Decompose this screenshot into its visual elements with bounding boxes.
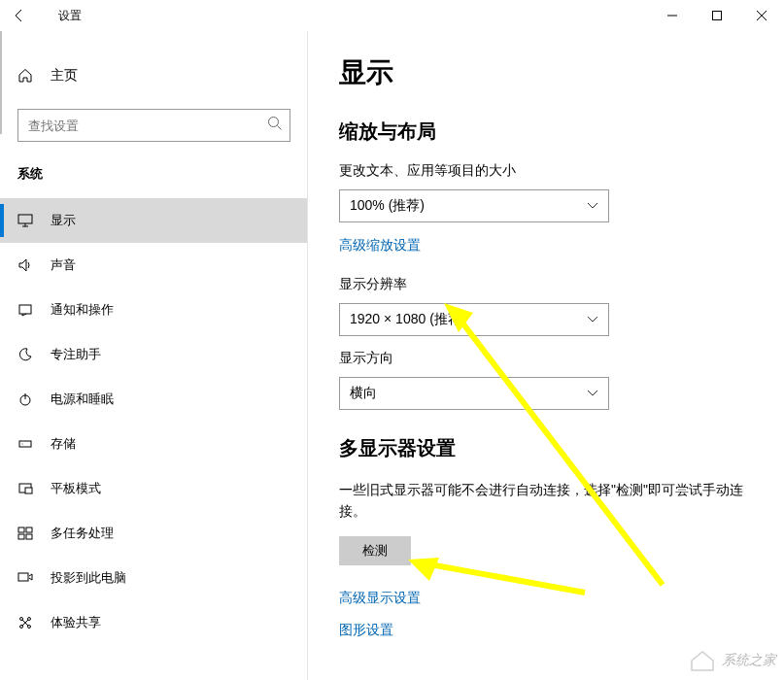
home-nav[interactable]: 主页 (0, 54, 308, 97)
svg-point-13 (22, 444, 23, 445)
resolution-label: 显示分辨率 (339, 276, 753, 293)
advanced-display-link[interactable]: 高级显示设置 (339, 590, 421, 607)
orientation-select[interactable]: 横向 (339, 377, 609, 410)
home-icon (17, 68, 33, 84)
sidebar-item-tablet[interactable]: 平板模式 (0, 466, 308, 511)
back-button[interactable] (12, 0, 43, 31)
scale-label: 更改文本、应用等项目的大小 (339, 162, 753, 180)
svg-rect-1 (713, 12, 722, 20)
notification-icon (17, 302, 33, 318)
category-title: 系统 (0, 165, 308, 198)
resolution-select[interactable]: 1920 × 1080 (推荐) (339, 303, 609, 336)
maximize-button[interactable] (695, 0, 739, 31)
section-scale-title: 缩放与布局 (339, 119, 753, 145)
sidebar-item-focus[interactable]: 专注助手 (0, 332, 308, 377)
close-button[interactable] (739, 0, 784, 31)
sidebar: 主页 系统 显示 声音 通知和操作 (0, 31, 308, 680)
project-icon (17, 570, 33, 586)
orientation-label: 显示方向 (339, 350, 753, 367)
svg-rect-17 (26, 527, 32, 532)
multimonitor-desc: 一些旧式显示器可能不会进行自动连接，选择"检测"即可尝试手动连接。 (339, 479, 753, 523)
svg-rect-20 (18, 573, 28, 581)
svg-rect-18 (18, 534, 24, 539)
minimize-button[interactable] (650, 0, 695, 31)
tablet-icon (17, 481, 33, 496)
window-title: 设置 (58, 8, 82, 24)
sidebar-item-label: 投影到此电脑 (51, 569, 126, 587)
svg-rect-16 (18, 527, 24, 532)
sidebar-scrollbar[interactable] (0, 31, 2, 134)
scale-select[interactable]: 100% (推荐) (339, 189, 609, 222)
svg-marker-30 (408, 558, 439, 581)
resolution-value: 1920 × 1080 (推荐) (350, 311, 465, 328)
moon-icon (17, 347, 33, 362)
share-icon (17, 615, 33, 630)
titlebar: 设置 (0, 0, 784, 31)
advanced-scale-link[interactable]: 高级缩放设置 (339, 237, 421, 255)
sidebar-item-label: 平板模式 (51, 480, 101, 497)
home-label: 主页 (51, 67, 78, 85)
watermark: 系统之家 (689, 649, 776, 672)
nav-list: 显示 声音 通知和操作 专注助手 电源和睡眠 存储 (0, 198, 308, 645)
chevron-down-icon (587, 313, 598, 326)
sidebar-item-display[interactable]: 显示 (0, 198, 308, 243)
sidebar-item-label: 专注助手 (51, 346, 101, 363)
sidebar-item-label: 通知和操作 (51, 301, 114, 319)
sidebar-item-label: 声音 (51, 256, 76, 274)
page-title: 显示 (339, 54, 753, 91)
search-wrap (17, 109, 290, 142)
main-content: 显示 缩放与布局 更改文本、应用等项目的大小 100% (推荐) 高级缩放设置 … (308, 31, 784, 680)
sidebar-item-notifications[interactable]: 通知和操作 (0, 288, 308, 332)
window-controls (650, 0, 784, 31)
svg-rect-9 (19, 305, 31, 314)
detect-button[interactable]: 检测 (339, 536, 411, 565)
chevron-down-icon (587, 199, 598, 213)
section-multimonitor-title: 多显示器设置 (339, 435, 753, 461)
sidebar-item-sound[interactable]: 声音 (0, 243, 308, 288)
scale-value: 100% (推荐) (350, 197, 425, 215)
sound-icon (17, 257, 33, 273)
svg-rect-12 (19, 441, 31, 447)
sidebar-item-label: 多任务处理 (51, 525, 114, 542)
orientation-value: 横向 (350, 385, 377, 402)
sidebar-item-multitask[interactable]: 多任务处理 (0, 511, 308, 556)
multitask-icon (17, 526, 33, 541)
sidebar-item-label: 电源和睡眠 (51, 391, 114, 408)
svg-rect-15 (25, 488, 32, 493)
chevron-down-icon (587, 387, 598, 400)
sidebar-item-storage[interactable]: 存储 (0, 422, 308, 466)
sidebar-item-label: 显示 (51, 212, 76, 229)
power-icon (17, 391, 33, 407)
svg-rect-19 (26, 534, 32, 539)
monitor-icon (17, 213, 33, 228)
sidebar-item-project[interactable]: 投影到此电脑 (0, 556, 308, 600)
sidebar-item-power[interactable]: 电源和睡眠 (0, 377, 308, 422)
search-input[interactable] (17, 109, 290, 142)
storage-icon (17, 436, 33, 452)
graphics-link[interactable]: 图形设置 (339, 622, 393, 639)
sidebar-item-label: 存储 (51, 435, 76, 453)
sidebar-item-share[interactable]: 体验共享 (0, 600, 308, 645)
svg-rect-6 (18, 215, 32, 223)
sidebar-item-label: 体验共享 (51, 614, 101, 631)
